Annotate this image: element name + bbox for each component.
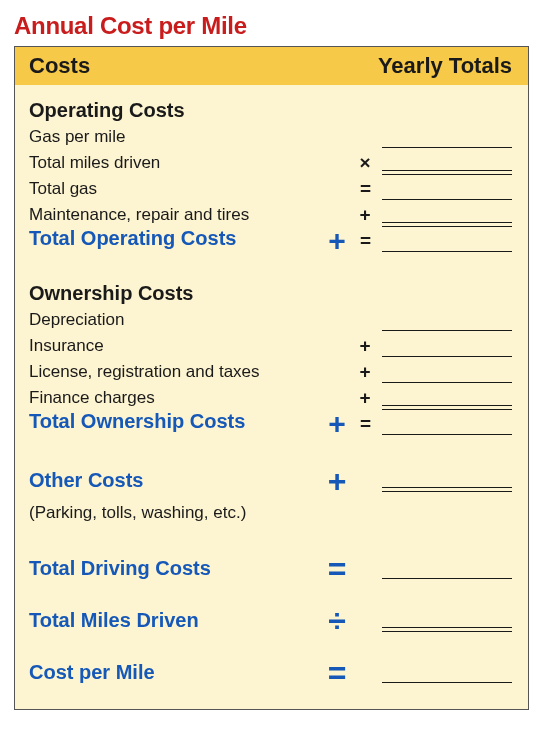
row-gas-per-mile: Gas per mile <box>29 123 512 148</box>
equals-icon: = <box>354 231 376 252</box>
big-divide-icon: ÷ <box>320 604 354 638</box>
row-total-ownership: Total Ownership Costs + = <box>29 410 512 435</box>
header-right: Yearly Totals <box>378 53 512 79</box>
blank-license[interactable] <box>382 363 512 383</box>
label-insurance: Insurance <box>29 336 320 357</box>
row-insurance: Insurance + <box>29 332 512 357</box>
big-equals-icon: = <box>320 552 354 586</box>
row-total-driving: Total Driving Costs = <box>29 549 512 589</box>
blank-total-operating[interactable] <box>382 232 512 252</box>
ownership-section-title: Ownership Costs <box>29 282 512 305</box>
label-finance: Finance charges <box>29 388 320 409</box>
blank-total-ownership[interactable] <box>382 415 512 435</box>
blank-total-miles[interactable] <box>382 154 512 174</box>
blank-maintenance[interactable] <box>382 206 512 226</box>
blank-gas-per-mile[interactable] <box>382 128 512 148</box>
label-depreciation: Depreciation <box>29 310 320 331</box>
label-total-operating: Total Operating Costs <box>29 227 320 252</box>
label-maintenance: Maintenance, repair and tires <box>29 205 320 226</box>
label-license: License, registration and taxes <box>29 362 320 383</box>
blank-depreciation[interactable] <box>382 311 512 331</box>
row-total-gas: Total gas = <box>29 175 512 200</box>
row-total-operating: Total Operating Costs + = <box>29 227 512 252</box>
blank-cost-per-mile[interactable] <box>382 663 512 683</box>
blank-total-miles-driven[interactable] <box>382 611 512 631</box>
label-cost-per-mile: Cost per Mile <box>29 661 320 686</box>
row-total-miles-driven: Total Miles Driven ÷ <box>29 601 512 641</box>
equals-icon: = <box>354 414 376 435</box>
label-total-driving: Total Driving Costs <box>29 557 320 582</box>
big-plus-icon: + <box>320 230 354 252</box>
big-plus-icon: + <box>320 413 354 435</box>
plus-icon: + <box>354 388 376 409</box>
cost-panel: Costs Yearly Totals Operating Costs Gas … <box>14 46 529 710</box>
row-license: License, registration and taxes + <box>29 358 512 383</box>
operating-section-title: Operating Costs <box>29 99 512 122</box>
label-other-costs: Other Costs <box>29 469 320 494</box>
plus-icon: + <box>354 362 376 383</box>
label-total-ownership: Total Ownership Costs <box>29 410 320 435</box>
panel-header: Costs Yearly Totals <box>15 47 528 85</box>
big-plus-icon: + <box>320 464 354 498</box>
blank-other-costs[interactable] <box>382 471 512 491</box>
plus-icon: + <box>354 205 376 226</box>
plus-icon: + <box>354 336 376 357</box>
blank-finance[interactable] <box>382 389 512 409</box>
page-title: Annual Cost per Mile <box>14 12 529 40</box>
row-total-miles: Total miles driven × <box>29 149 512 174</box>
blank-insurance[interactable] <box>382 337 512 357</box>
equals-icon: = <box>354 179 376 200</box>
row-cost-per-mile: Cost per Mile = <box>29 653 512 693</box>
times-icon: × <box>354 153 376 174</box>
row-finance: Finance charges + <box>29 384 512 409</box>
blank-total-driving[interactable] <box>382 559 512 579</box>
label-total-miles: Total miles driven <box>29 153 320 174</box>
blank-total-gas[interactable] <box>382 180 512 200</box>
row-maintenance: Maintenance, repair and tires + <box>29 201 512 226</box>
row-depreciation: Depreciation <box>29 306 512 331</box>
subtext-other: (Parking, tolls, washing, etc.) <box>29 503 512 523</box>
big-equals-icon: = <box>320 656 354 690</box>
label-total-gas: Total gas <box>29 179 320 200</box>
label-gas-per-mile: Gas per mile <box>29 127 320 148</box>
panel-body: Operating Costs Gas per mile Total miles… <box>15 85 528 709</box>
header-left: Costs <box>29 53 90 79</box>
label-total-miles-driven: Total Miles Driven <box>29 609 320 634</box>
row-other-costs: Other Costs + <box>29 461 512 501</box>
